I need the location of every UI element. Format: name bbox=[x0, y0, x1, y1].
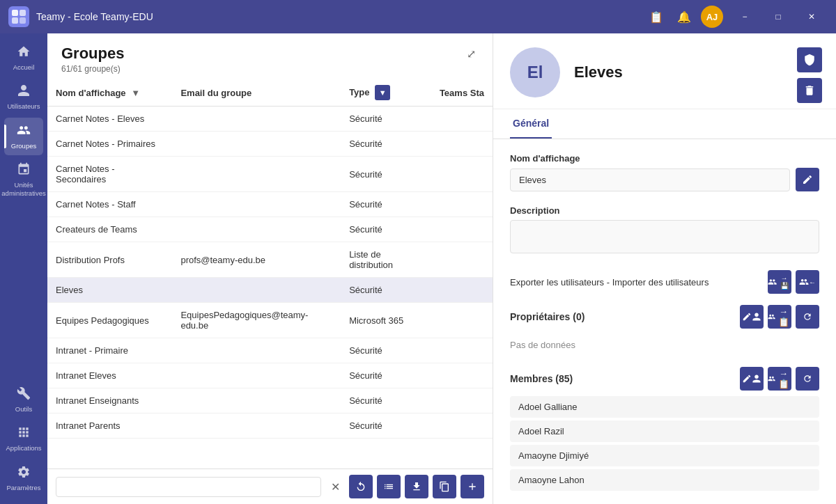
export-actions: →💾 ← bbox=[768, 270, 819, 294]
cell-teams-status bbox=[431, 157, 493, 192]
membres-actions: →📋 bbox=[740, 367, 819, 391]
sidebar-item-applications[interactable]: Applications bbox=[4, 420, 43, 457]
cell-type: Microsoft 365 bbox=[341, 303, 431, 338]
maximize-button[interactable]: □ bbox=[762, 6, 794, 28]
detail-content: Nom d'affichage Description Exporter bbox=[493, 139, 836, 504]
cell-teams-status bbox=[431, 278, 493, 303]
clear-search-button[interactable]: ✕ bbox=[325, 477, 345, 496]
sidebar-item-accueil[interactable]: Accueil bbox=[4, 39, 43, 77]
table-row[interactable]: Equipes Pedagogiques EquipesPedagogiques… bbox=[47, 303, 493, 338]
cell-teams-status bbox=[431, 388, 493, 414]
description-input[interactable] bbox=[510, 220, 819, 253]
cell-teams-status bbox=[431, 242, 493, 278]
reset-button[interactable] bbox=[349, 475, 373, 498]
table-row[interactable]: Createurs de Teams Sécurité bbox=[47, 217, 493, 242]
proprietaires-copy-button[interactable]: →📋 bbox=[768, 305, 791, 329]
sidebar-item-unites[interactable]: Unités administratives bbox=[4, 157, 43, 203]
shield-action-button[interactable] bbox=[797, 47, 822, 72]
cell-teams-status bbox=[431, 132, 493, 157]
membres-edit-button[interactable] bbox=[740, 367, 764, 391]
membres-refresh-button[interactable] bbox=[796, 367, 819, 391]
nom-input[interactable] bbox=[510, 168, 790, 191]
cell-email bbox=[172, 363, 341, 388]
cell-type: Sécurité bbox=[341, 217, 431, 242]
nom-edit-button[interactable] bbox=[796, 168, 819, 191]
cell-type: Sécurité bbox=[341, 338, 431, 363]
search-input[interactable] bbox=[56, 477, 321, 497]
member-item: Amaoyne Djimiyé bbox=[510, 445, 819, 466]
sidebar: Accueil Utilisateurs Groupes Unités admi… bbox=[0, 33, 47, 504]
membres-list: Adoel GallianeAdoel RazilAmaoyne Djimiyé… bbox=[510, 396, 819, 491]
cell-type: Sécurité bbox=[341, 192, 431, 217]
copy-button[interactable] bbox=[433, 475, 456, 498]
proprietaires-edit-button[interactable] bbox=[740, 305, 764, 329]
groups-panel: Groupes 61/61 groupe(s) ⤢ Nom d'affichag… bbox=[47, 33, 493, 504]
close-button[interactable]: ✕ bbox=[796, 6, 828, 28]
cell-email bbox=[172, 414, 341, 439]
svg-rect-3 bbox=[20, 17, 26, 24]
cell-type: Sécurité bbox=[341, 414, 431, 439]
sidebar-item-utilisateurs[interactable]: Utilisateurs bbox=[4, 78, 43, 116]
table-row[interactable]: Distribution Profs profs@teamy-edu.be Li… bbox=[47, 242, 493, 278]
sidebar-item-groupes[interactable]: Groupes bbox=[4, 118, 43, 155]
table-row[interactable]: Eleves Sécurité bbox=[47, 278, 493, 303]
col-nom-affichage[interactable]: Nom d'affichage ▼ bbox=[47, 79, 172, 107]
detail-tabs: Général bbox=[493, 109, 836, 139]
tab-general[interactable]: Général bbox=[510, 109, 552, 139]
table-row[interactable]: Intranet Eleves Sécurité bbox=[47, 363, 493, 388]
type-filter-button[interactable]: ▼ bbox=[375, 85, 390, 100]
cell-type: Sécurité bbox=[341, 278, 431, 303]
add-group-button[interactable] bbox=[460, 475, 484, 498]
unites-icon bbox=[17, 162, 31, 178]
member-item: Adoel Galliane bbox=[510, 396, 819, 418]
sidebar-item-outils[interactable]: Outils bbox=[4, 381, 43, 418]
sidebar-label-applications: Applications bbox=[6, 444, 41, 452]
table-row[interactable]: Carnet Notes - Staff Sécurité bbox=[47, 192, 493, 217]
table-row[interactable]: Carnet Notes - Primaires Sécurité bbox=[47, 132, 493, 157]
cell-email bbox=[172, 132, 341, 157]
sort-arrow-icon: ▼ bbox=[131, 88, 140, 98]
content-area: Groupes 61/61 groupe(s) ⤢ Nom d'affichag… bbox=[47, 33, 836, 504]
table-row[interactable]: Carnet Notes - Secondaires Sécurité bbox=[47, 157, 493, 192]
cell-email bbox=[172, 192, 341, 217]
cell-teams-status bbox=[431, 107, 493, 132]
expand-button[interactable]: ⤢ bbox=[464, 45, 479, 63]
delete-action-button[interactable] bbox=[797, 78, 822, 103]
table-row[interactable]: Carnet Notes - Eleves Sécurité bbox=[47, 107, 493, 132]
sidebar-item-parametres[interactable]: Paramètres bbox=[4, 459, 43, 497]
notification-icon[interactable]: 🔔 bbox=[673, 6, 695, 28]
import-users-button[interactable]: ← bbox=[796, 270, 819, 294]
proprietaires-actions: →📋 bbox=[740, 305, 819, 329]
clipboard-icon[interactable]: 📋 bbox=[645, 6, 667, 28]
cell-teams-status bbox=[431, 338, 493, 363]
export-users-button[interactable]: →💾 bbox=[768, 270, 791, 294]
group-name: Eleves bbox=[574, 63, 819, 81]
member-item: Amaoyne Lahon bbox=[510, 469, 819, 491]
cell-teams-status bbox=[431, 217, 493, 242]
settings-icon bbox=[17, 465, 31, 481]
nom-field-row bbox=[510, 168, 819, 191]
cell-nom: Intranet Enseignants bbox=[47, 388, 172, 414]
group-avatar: El bbox=[510, 47, 560, 97]
svg-rect-0 bbox=[12, 10, 18, 16]
cell-type: Sécurité bbox=[341, 107, 431, 132]
svg-rect-1 bbox=[20, 10, 26, 16]
download-button[interactable] bbox=[405, 475, 428, 498]
cell-nom: Intranet Parents bbox=[47, 414, 172, 439]
table-row[interactable]: Intranet Parents Sécurité bbox=[47, 414, 493, 439]
user-avatar[interactable]: AJ bbox=[701, 6, 723, 28]
table-row[interactable]: Intranet Enseignants Sécurité bbox=[47, 388, 493, 414]
table-row[interactable]: Intranet - Primaire Sécurité bbox=[47, 338, 493, 363]
proprietaires-refresh-button[interactable] bbox=[796, 305, 819, 329]
cell-teams-status bbox=[431, 303, 493, 338]
list-view-button[interactable] bbox=[377, 475, 401, 498]
cell-type: Sécurité bbox=[341, 157, 431, 192]
cell-email bbox=[172, 388, 341, 414]
cell-type: Sécurité bbox=[341, 363, 431, 388]
titlebar-actions: 📋 🔔 AJ bbox=[645, 6, 723, 28]
cell-email bbox=[172, 217, 341, 242]
users-icon bbox=[17, 84, 31, 100]
minimize-button[interactable]: − bbox=[729, 6, 761, 28]
membres-copy-button[interactable]: →📋 bbox=[768, 367, 791, 391]
sidebar-label-outils: Outils bbox=[15, 405, 32, 413]
